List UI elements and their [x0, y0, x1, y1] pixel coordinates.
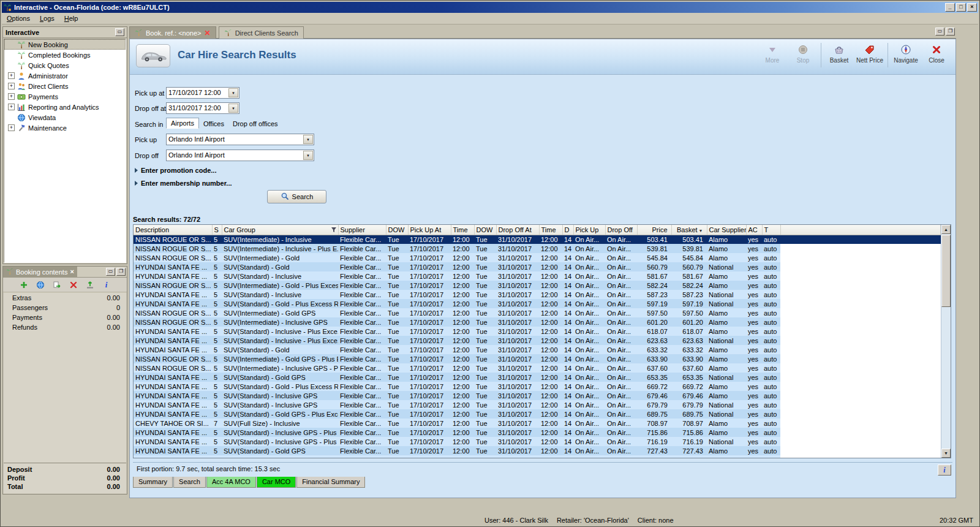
result-row[interactable]: NISSAN ROGUE OR S...5SUV(Intermediate) -…: [134, 235, 941, 244]
sidebar-collapse-button[interactable]: ▭: [115, 28, 124, 36]
col-pickup-time[interactable]: Time: [451, 225, 474, 235]
promotion-code-expander[interactable]: Enter promotion code...: [135, 167, 216, 174]
navigate-button[interactable]: Navigate: [891, 42, 921, 64]
col-basket[interactable]: Basket▼: [671, 225, 707, 235]
result-row[interactable]: HYUNDAI SANTA FE ...5SUV(Standard) - Inc…: [134, 290, 941, 299]
col-dow-pickup[interactable]: DOW: [386, 225, 408, 235]
sidebar-item-maintenance[interactable]: + Maintenance: [4, 123, 126, 133]
result-row[interactable]: NISSAN ROGUE OR S...5SUV(Intermediate) -…: [134, 363, 941, 373]
result-row[interactable]: HYUNDAI SANTA FE ...5SUV(Standard) - Inc…: [134, 271, 941, 281]
menu-logs[interactable]: Logs: [35, 13, 59, 23]
info-icon[interactable]: i: [102, 280, 111, 289]
result-row[interactable]: HYUNDAI SANTA FE ...5SUV(Standard) - Inc…: [134, 327, 941, 336]
vertical-scrollbar[interactable]: ▲ ▼: [941, 225, 951, 458]
result-row[interactable]: CHEVY TAHOE OR SI...7SUV(Full Size) - In…: [134, 419, 941, 428]
export-icon[interactable]: [52, 280, 61, 289]
sidebar-item-completed-bookings[interactable]: Completed Bookings: [4, 50, 126, 60]
pickup-at-combo[interactable]: 17/10/2017 12:00 ▼: [166, 87, 239, 99]
close-button[interactable]: Close: [921, 42, 952, 64]
tab-close-icon[interactable]: ✕: [205, 29, 211, 37]
pickup-combo[interactable]: Orlando Intl Airport ▼: [166, 134, 314, 145]
dropoff-combo[interactable]: Orlando Intl Airport ▼: [166, 150, 314, 161]
result-row[interactable]: HYUNDAI SANTA FE ...5SUV(Standard) - Gol…: [134, 373, 941, 382]
dropdown-arrow-icon[interactable]: ▼: [228, 88, 238, 97]
mdi-minimize-button[interactable]: ▭: [935, 28, 944, 36]
col-transmission[interactable]: T: [762, 225, 780, 235]
col-dropoff-time[interactable]: Time: [539, 225, 562, 235]
menu-help[interactable]: Help: [59, 13, 83, 23]
col-price[interactable]: Price: [637, 225, 671, 235]
add-icon[interactable]: [19, 280, 28, 289]
stop-button[interactable]: Stop: [788, 42, 818, 64]
result-row[interactable]: NISSAN ROGUE OR S...5SUV(Intermediate) -…: [134, 354, 941, 363]
result-row[interactable]: HYUNDAI SANTA FE ...5SUV(Standard) - Inc…: [134, 428, 941, 437]
expand-plus-icon[interactable]: +: [8, 124, 15, 131]
col-dropoff-loc[interactable]: Drop Off: [605, 225, 637, 235]
tab-search[interactable]: Search: [173, 477, 206, 488]
result-row[interactable]: HYUNDAI SANTA FE ...5SUV(Standard) - Gol…: [134, 345, 941, 354]
tab-drop-off-offices[interactable]: Drop off offices: [228, 119, 282, 129]
tab-booking-ref[interactable]: Book. ref.: <none> ✕: [129, 26, 216, 39]
info-button[interactable]: i: [938, 464, 951, 476]
tab-car-mco[interactable]: Car MCO: [257, 477, 296, 488]
mdi-restore-button[interactable]: ❐: [946, 28, 955, 36]
expand-plus-icon[interactable]: +: [8, 83, 15, 89]
menu-options[interactable]: Options: [2, 13, 35, 23]
dropdown-arrow-icon[interactable]: ▼: [228, 104, 238, 113]
col-pickup-at[interactable]: Pick Up At: [408, 225, 451, 235]
dropdown-arrow-icon[interactable]: ▼: [303, 151, 313, 160]
tab-financial-summary[interactable]: Financial Summary: [296, 477, 365, 488]
tab-direct-clients-search[interactable]: Direct Clients Search: [219, 26, 304, 39]
sidebar-item-administrator[interactable]: + Administrator: [4, 70, 126, 81]
sidebar-item-quick-quotes[interactable]: Quick Quotes: [4, 60, 126, 70]
result-row[interactable]: HYUNDAI SANTA FE ...5SUV(Standard) - Gol…: [134, 262, 941, 271]
expand-plus-icon[interactable]: +: [8, 104, 15, 110]
col-dow-dropoff[interactable]: DOW: [474, 225, 496, 235]
col-car-group[interactable]: Car Group: [222, 225, 338, 235]
result-row[interactable]: NISSAN ROGUE OR S...5SUV(Intermediate) -…: [134, 253, 941, 262]
col-ac[interactable]: AC: [746, 225, 762, 235]
more-button[interactable]: More: [757, 42, 788, 64]
result-row[interactable]: HYUNDAI SANTA FE ...5SUV(Standard) - Gol…: [134, 455, 941, 458]
dropdown-arrow-icon[interactable]: ▼: [303, 135, 313, 144]
result-row[interactable]: HYUNDAI SANTA FE ...5SUV(Standard) - Gol…: [134, 446, 941, 455]
basket-button[interactable]: Basket: [824, 42, 854, 64]
tab-acc-4a-mco[interactable]: Acc 4A MCO: [206, 477, 256, 488]
tab-summary[interactable]: Summary: [133, 477, 173, 488]
result-row[interactable]: NISSAN ROGUE OR S...5SUV(Intermediate) -…: [134, 317, 941, 327]
result-row[interactable]: HYUNDAI SANTA FE ...5SUV(Standard) - Inc…: [134, 400, 941, 409]
membership-number-expander[interactable]: Enter membership number...: [135, 180, 232, 187]
tab-airports[interactable]: Airports: [166, 118, 199, 129]
panel-minimize-button[interactable]: ▭: [106, 268, 115, 276]
expand-plus-icon[interactable]: +: [8, 93, 15, 100]
expand-plus-icon[interactable]: +: [8, 72, 15, 79]
close-panel-icon[interactable]: ×: [70, 268, 74, 275]
col-pickup-loc[interactable]: Pick Up: [573, 225, 605, 235]
sidebar-item-reporting-analytics[interactable]: + Reporting and Analytics: [4, 102, 126, 112]
minimize-button[interactable]: _: [945, 3, 955, 12]
sidebar-item-new-booking[interactable]: New Booking: [4, 39, 126, 50]
col-dropoff-at[interactable]: Drop Off At: [496, 225, 539, 235]
result-row[interactable]: NISSAN ROGUE OR S...5SUV(Intermediate) -…: [134, 244, 941, 253]
import-icon[interactable]: [85, 280, 94, 289]
maximize-button[interactable]: □: [956, 3, 966, 12]
filter-funnel-icon[interactable]: [331, 227, 337, 234]
nett-price-button[interactable]: Nett Price: [854, 42, 885, 64]
tab-offices[interactable]: Offices: [199, 119, 228, 129]
result-row[interactable]: HYUNDAI SANTA FE ...5SUV(Standard) - Inc…: [134, 336, 941, 345]
scroll-up-icon[interactable]: ▲: [941, 225, 951, 234]
sidebar-item-payments[interactable]: + Payments: [4, 91, 126, 102]
col-description[interactable]: Description: [134, 225, 212, 235]
result-row[interactable]: NISSAN ROGUE OR S...5SUV(Intermediate) -…: [134, 281, 941, 290]
col-seats[interactable]: S: [212, 225, 222, 235]
delete-icon[interactable]: [69, 280, 78, 289]
result-row[interactable]: HYUNDAI SANTA FE ...5SUV(Standard) - Inc…: [134, 437, 941, 446]
col-days[interactable]: D: [562, 225, 573, 235]
result-row[interactable]: NISSAN ROGUE OR S...5SUV(Intermediate) -…: [134, 308, 941, 317]
result-row[interactable]: HYUNDAI SANTA FE ...5SUV(Standard) - Gol…: [134, 299, 941, 308]
scroll-down-icon[interactable]: ▼: [941, 449, 951, 458]
booking-contents-tab[interactable]: Booking contents ×: [3, 267, 77, 278]
scrollbar-thumb[interactable]: [941, 235, 951, 307]
panel-restore-button[interactable]: ❐: [116, 268, 126, 276]
result-row[interactable]: HYUNDAI SANTA FE ...5SUV(Standard) - Gol…: [134, 382, 941, 391]
